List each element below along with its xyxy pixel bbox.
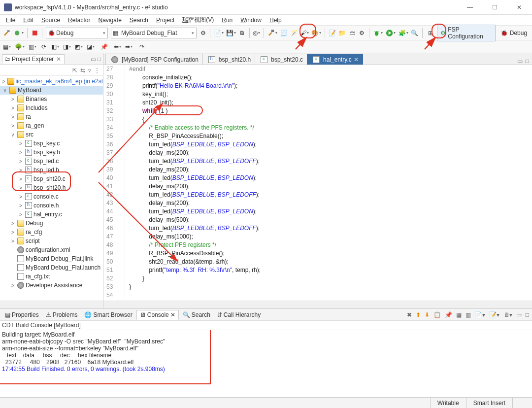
wand-icon[interactable]: 🪄 xyxy=(290,28,299,38)
stepover-icon[interactable]: ↷ xyxy=(137,41,146,52)
pin2-icon[interactable]: 📌 xyxy=(444,311,453,318)
bottom-tab-call-hierarchy[interactable]: ⇵Call Hierarchy xyxy=(214,310,264,319)
tree-item-script[interactable]: >script xyxy=(0,237,103,245)
stack-icon[interactable]: 🗃 xyxy=(348,28,357,38)
link-icon[interactable]: ⇆ xyxy=(80,67,85,74)
tree-item-ra[interactable]: >ra xyxy=(0,112,103,121)
cfg-icon[interactable]: ▦ xyxy=(455,311,463,318)
debug-perspective-button[interactable]: 🐞 Debug xyxy=(498,29,530,37)
tree-item-includes[interactable]: >Includes xyxy=(0,103,103,112)
brush-icon[interactable]: 🖌 xyxy=(299,28,309,38)
bottom-tab-problems[interactable]: ⚠Problems xyxy=(43,310,81,319)
stop-icon[interactable] xyxy=(30,28,39,38)
close-icon[interactable]: ✕ xyxy=(55,56,62,63)
build-hammer-icon[interactable] xyxy=(266,28,278,38)
down-icon[interactable]: ⬇ xyxy=(424,311,431,318)
tree-item-bsp-sht20-h[interactable]: >bsp_sht20.h xyxy=(0,183,103,192)
mon-icon[interactable]: 🖥▾ xyxy=(502,311,513,318)
search-icon[interactable]: 🔍 xyxy=(410,28,419,38)
menu-edit[interactable]: Edit xyxy=(19,16,37,25)
gear-icon[interactable]: ⚙ xyxy=(199,28,207,38)
dd1-icon[interactable]: 📄▾ xyxy=(474,311,486,318)
clear-icon[interactable]: ✖ xyxy=(406,311,413,318)
target-icon[interactable]: ◎ xyxy=(252,28,261,38)
menu-project[interactable]: Project xyxy=(152,16,178,25)
tree-item-ra-cfg[interactable]: >ra_cfg xyxy=(0,228,103,237)
menu-window[interactable]: Window xyxy=(236,16,266,25)
tree-item-developer-assistance[interactable]: >Developer Assistance xyxy=(0,281,103,290)
bottom-tab-properties[interactable]: ▤Properties xyxy=(2,310,42,319)
tree-item-src[interactable]: vsrc xyxy=(0,130,103,139)
menu-run[interactable]: Run xyxy=(218,16,236,25)
perspective-icon[interactable]: ⊞ xyxy=(426,28,435,38)
minimize-button[interactable]: — xyxy=(461,2,479,13)
tree-item-bsp-sht20-c[interactable]: >bsp_sht20.c xyxy=(0,174,103,183)
run-icon[interactable] xyxy=(385,28,397,38)
folder-icon[interactable]: 📁 xyxy=(337,28,346,38)
menu-icon[interactable]: ⋮ xyxy=(94,67,100,74)
min-icon[interactable]: ▭ xyxy=(515,311,523,318)
maximize-view-icon[interactable]: □ xyxy=(98,56,101,63)
code-area[interactable]: #endif console_initialize(); printf("Hel… xyxy=(125,65,532,301)
maximize-editor-icon[interactable]: □ xyxy=(526,58,529,65)
scrollbar-h[interactable] xyxy=(0,301,103,308)
pin-icon[interactable]: 📌 xyxy=(100,41,109,52)
dd2-icon[interactable]: 📝▾ xyxy=(488,311,500,318)
cfg2-icon[interactable]: ▥ xyxy=(465,311,472,318)
menu-search[interactable]: Search xyxy=(126,16,152,25)
tree-item-myboard-debug-flat-launch[interactable]: MyBoard Debug_Flat.launch xyxy=(0,263,103,272)
save-icon[interactable]: 💾 xyxy=(226,28,237,38)
back-icon[interactable]: ⬅ xyxy=(113,41,122,52)
saveall-icon[interactable]: 🗎 xyxy=(238,28,247,38)
maximize-button[interactable]: ☐ xyxy=(486,2,503,13)
tree-item-binaries[interactable]: >Binaries xyxy=(0,95,103,103)
menu-source[interactable]: Source xyxy=(37,16,64,25)
menu-refactor[interactable]: Refactor xyxy=(64,16,94,25)
tree-item-myboard-debug-flat-jlink[interactable]: MyBoard Debug_Flat.jlink xyxy=(0,254,103,263)
misc4-icon[interactable]: ◪ xyxy=(86,41,96,52)
editor-tab-hal-entry-c[interactable]: hal_entry.c✕ xyxy=(307,54,363,65)
close-icon[interactable]: ✕ xyxy=(170,311,175,318)
tree-item-console-c[interactable]: >console.c xyxy=(0,192,103,201)
bottom-tab-smart-browser[interactable]: 🌐Smart Browser xyxy=(81,310,135,319)
misc1-icon[interactable]: ◧ xyxy=(50,41,60,52)
debug-config-combo[interactable]: 🐞 Debug▾ xyxy=(46,28,108,38)
max-icon[interactable]: □ xyxy=(525,311,530,318)
editor-tab-bsp-sht20-h[interactable]: bsp_sht20.h xyxy=(202,54,255,65)
tree-item-console-h[interactable]: >console.h xyxy=(0,201,103,210)
fsp-config-button[interactable]: ⚙ FSP Configuration xyxy=(437,25,495,41)
tree-item-ra-cfg-txt[interactable]: ra_cfg.txt xyxy=(0,272,103,281)
bottom-tab-search[interactable]: 🔍Search xyxy=(180,310,213,319)
editor-scroll-h[interactable] xyxy=(103,301,532,308)
tree-item-bsp-led-h[interactable]: >bsp_led.h xyxy=(0,166,103,174)
tree-item-bsp-key-h[interactable]: >bsp_key.h xyxy=(0,148,103,157)
console-output[interactable]: Building target: MyBoard.elfarm-none-eab… xyxy=(0,330,532,397)
bottom-tab-console[interactable]: 🖥Console ✕ xyxy=(136,310,179,320)
refresh-icon[interactable]: ⟳ xyxy=(39,41,48,52)
minimize-view-icon[interactable]: ▭ xyxy=(91,56,96,63)
ext-icon[interactable]: 🧩 xyxy=(398,28,409,38)
tree-item-bsp-led-c[interactable]: >bsp_led.c xyxy=(0,157,103,166)
tree-item-configuration-xml[interactable]: configuration.xml xyxy=(0,245,103,254)
misc3-icon[interactable]: ◩ xyxy=(74,41,84,52)
close-button[interactable]: ✕ xyxy=(510,2,528,13)
editor-tab--myboard-fsp-configuration[interactable]: [MyBoard] FSP Configuration xyxy=(105,54,203,65)
forward-icon[interactable]: ➡ xyxy=(124,41,133,52)
tree-item-myboard[interactable]: vMyBoard xyxy=(0,86,103,95)
minimize-editor-icon[interactable]: ▭ xyxy=(517,58,523,65)
menu-navigate[interactable]: Navigate xyxy=(94,16,125,25)
explorer-tab[interactable]: 🗂 Project Explorer ✕ xyxy=(2,54,65,64)
new-icon[interactable]: 📄 xyxy=(213,28,224,38)
highlight-icon[interactable]: 📝 xyxy=(328,28,336,38)
tree-item-debug[interactable]: >Debug xyxy=(0,219,103,228)
collapse-icon[interactable]: ⇱ xyxy=(72,67,77,74)
paint-icon[interactable]: 🎨 xyxy=(311,28,322,38)
nav-icon[interactable]: ▦ xyxy=(2,41,12,52)
misc2-icon[interactable]: ◨ xyxy=(62,41,72,52)
up-icon[interactable]: ⬆ xyxy=(415,311,422,318)
editor-tab-bsp-sht20-c[interactable]: bsp_sht20.c xyxy=(255,54,307,65)
filter-icon[interactable]: ▿ xyxy=(88,67,91,74)
tree-item-iic-master-ek-ra6m4-ep[interactable]: >iic_master_ek_ra6m4_ep (in e2st xyxy=(0,77,103,86)
project-tree[interactable]: >iic_master_ek_ra6m4_ep (in e2stvMyBoard… xyxy=(0,76,103,301)
tree-icon[interactable]: 🌳 xyxy=(14,41,26,52)
